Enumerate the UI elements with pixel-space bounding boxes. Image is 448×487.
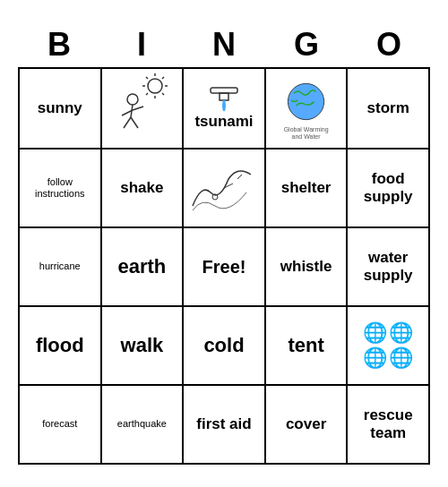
- svg-line-14: [133, 107, 143, 110]
- cell-text-shake: shake: [120, 179, 163, 197]
- cell-text-flood: flood: [36, 334, 84, 357]
- cell-text-water-supply: water supply: [351, 249, 425, 286]
- header-b: B: [18, 22, 100, 67]
- globe-icon-3: 🌐: [363, 346, 387, 370]
- cell-r1c1[interactable]: shake: [102, 150, 185, 228]
- cell-text-follow: follow instructions: [23, 176, 97, 200]
- svg-point-0: [148, 79, 162, 93]
- cell-text-first-aid: first aid: [196, 415, 251, 433]
- bingo-grid: sunny: [18, 67, 430, 465]
- svg-line-5: [146, 77, 148, 79]
- faucet-icon: [206, 86, 242, 113]
- caption-text: Global Warmingand Water: [284, 126, 329, 140]
- cell-text-cold: cold: [203, 334, 244, 357]
- cell-r0c3: Global Warmingand Water: [266, 69, 349, 150]
- cell-text-forecast: forecast: [42, 418, 77, 430]
- cell-text-cover: cover: [286, 415, 326, 433]
- header-o: O: [348, 22, 430, 67]
- globes-container: 🌐 🌐 🌐 🌐: [357, 321, 419, 370]
- bingo-card: B I N G O sunny: [9, 13, 439, 474]
- svg-line-6: [162, 93, 164, 95]
- globe-icon-4: 🌐: [389, 346, 413, 370]
- svg-line-11: [124, 117, 131, 128]
- cell-r3c4: 🌐 🌐 🌐 🌐: [348, 307, 430, 386]
- svg-point-9: [127, 94, 138, 105]
- cell-r2c4[interactable]: water supply: [348, 228, 430, 307]
- cell-r3c3[interactable]: tent: [266, 307, 349, 386]
- cell-text-shelter: shelter: [281, 179, 332, 197]
- cell-r1c2: [184, 150, 266, 228]
- wave-image: [188, 157, 260, 219]
- svg-line-12: [131, 117, 138, 128]
- cell-r3c1[interactable]: walk: [102, 307, 185, 386]
- cell-r0c4[interactable]: storm: [348, 69, 430, 150]
- globe-icon-1: 🌐: [363, 321, 387, 345]
- cell-r2c3[interactable]: whistle: [266, 228, 349, 307]
- cell-text-sunny: sunny: [38, 99, 82, 117]
- header-g: G: [265, 22, 348, 67]
- cell-r2c1[interactable]: earth: [102, 228, 185, 307]
- cell-r4c1[interactable]: earthquake: [102, 386, 185, 465]
- cell-r1c4[interactable]: food supply: [348, 150, 430, 228]
- global-warming-image: Global Warmingand Water: [270, 73, 343, 144]
- header-i: I: [100, 22, 183, 67]
- cell-r4c3[interactable]: cover: [266, 386, 349, 465]
- svg-rect-16: [220, 93, 228, 100]
- bingo-header: B I N G O: [18, 22, 430, 67]
- cell-r4c4[interactable]: rescue team: [348, 386, 430, 465]
- globe-icon-2: 🌐: [389, 321, 413, 345]
- svg-rect-15: [211, 88, 237, 93]
- cell-text-free: Free!: [202, 256, 246, 278]
- cell-r4c0[interactable]: forecast: [20, 386, 102, 465]
- cell-text-tsunami: tsunami: [194, 113, 253, 131]
- sun-person-image: [106, 73, 177, 144]
- cell-text-hurricane: hurricane: [39, 261, 81, 272]
- earth-water-icon: [281, 77, 331, 126]
- cell-r1c0[interactable]: follow instructions: [20, 150, 102, 228]
- cell-r1c3[interactable]: shelter: [266, 150, 349, 228]
- svg-line-7: [162, 77, 164, 79]
- cell-r3c0[interactable]: flood: [20, 307, 102, 386]
- cell-r0c0[interactable]: sunny: [20, 69, 102, 150]
- cell-text-whistle: whistle: [280, 258, 332, 276]
- cell-r4c2[interactable]: first aid: [184, 386, 266, 465]
- svg-line-19: [237, 175, 242, 179]
- cell-r0c2[interactable]: tsunami: [184, 69, 266, 150]
- cell-text-earthquake: earthquake: [117, 418, 167, 430]
- cell-r3c2[interactable]: cold: [184, 307, 266, 386]
- cell-text-food-supply: food supply: [351, 170, 425, 207]
- cell-text-walk: walk: [121, 334, 164, 357]
- cell-r2c0[interactable]: hurricane: [20, 228, 102, 307]
- cell-text-earth: earth: [117, 255, 166, 278]
- cell-r0c1: [102, 69, 185, 150]
- cell-text-rescue-team: rescue team: [351, 406, 425, 443]
- header-n: N: [183, 22, 265, 67]
- tsunami-cell: tsunami: [187, 73, 261, 144]
- cell-r2c2[interactable]: Free!: [184, 228, 266, 307]
- cell-text-storm: storm: [367, 99, 409, 117]
- svg-line-8: [146, 93, 148, 95]
- cell-text-tent: tent: [288, 334, 323, 357]
